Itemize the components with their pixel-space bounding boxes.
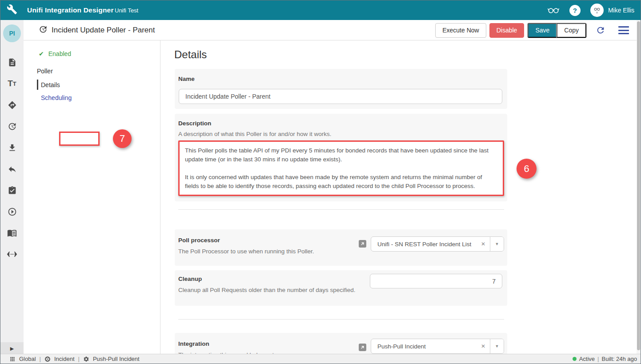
description-paragraph: It is only concerned with updates that h… bbox=[185, 173, 497, 191]
integration-label: Integration bbox=[178, 340, 209, 347]
integration-value: Push-Pull Incident bbox=[377, 343, 426, 350]
copy-button[interactable]: Copy bbox=[557, 23, 586, 38]
nav-item-scheduling[interactable]: Scheduling bbox=[41, 94, 72, 101]
active-dot-icon bbox=[573, 357, 577, 361]
refresh-icon[interactable] bbox=[595, 25, 606, 36]
name-field-card: Name Incident Update Poller - Parent bbox=[175, 69, 507, 109]
nav-item-details[interactable]: Details bbox=[37, 80, 60, 90]
app-title: Unifi Integration Designer bbox=[27, 0, 114, 20]
app-header: Unifi Integration Designer Unifi Test ? bbox=[0, 0, 641, 20]
cleanup-label: Cleanup bbox=[178, 276, 202, 282]
nav-section-poller: Poller bbox=[37, 68, 53, 75]
book-icon[interactable] bbox=[0, 228, 24, 238]
cleanup-field-card: Cleanup Cleanup all Poll Requests older … bbox=[175, 270, 507, 306]
section-divider bbox=[178, 319, 504, 320]
annotation-badge-6: 6 bbox=[517, 159, 537, 179]
cleanup-input[interactable]: 7 bbox=[370, 274, 502, 288]
table-label[interactable]: Incident bbox=[54, 356, 75, 362]
name-input[interactable]: Incident Update Poller - Parent bbox=[179, 89, 502, 104]
expand-arrow-icon: ▶ bbox=[10, 346, 14, 352]
app-window: Unifi Integration Designer Unifi Test ? bbox=[0, 0, 641, 364]
task-check-icon[interactable] bbox=[0, 185, 24, 196]
help-icon[interactable]: ? bbox=[569, 5, 581, 16]
incident-icon bbox=[44, 356, 51, 362]
poll-processor-select[interactable]: Unifi - SN REST Poller Incident List ✕ ▼ bbox=[371, 236, 504, 252]
annotation-box-scheduling bbox=[59, 132, 100, 146]
app-subtitle: Unifi Test bbox=[115, 0, 138, 20]
description-help: A description of what this Poller is for… bbox=[178, 131, 331, 137]
description-label: Description bbox=[178, 120, 211, 127]
apps-grid-icon[interactable] bbox=[9, 356, 16, 362]
description-paragraph: This Poller polls the table API of my PD… bbox=[185, 146, 497, 164]
poll-processor-help: The Poll Processor to use when running t… bbox=[178, 248, 314, 255]
execute-now-button[interactable]: Execute Now bbox=[435, 23, 486, 38]
poll-processor-field-card: Poll processor The Poll Processor to use… bbox=[175, 229, 507, 266]
update-poller-icon bbox=[39, 25, 48, 36]
user-avatar[interactable] bbox=[590, 4, 604, 17]
chevron-down-icon[interactable]: ▼ bbox=[490, 339, 504, 353]
open-reference-icon[interactable] bbox=[359, 344, 366, 351]
vertical-scrollbar[interactable] bbox=[637, 20, 641, 355]
disable-button[interactable]: Disable bbox=[489, 23, 525, 38]
rail-expand-button[interactable]: ▶ bbox=[0, 342, 24, 355]
active-indicator bbox=[37, 80, 38, 90]
gear-icon bbox=[83, 356, 89, 362]
page-title: Details bbox=[174, 48, 207, 61]
built-label: Built: 24h ago bbox=[601, 356, 637, 362]
scrollbar-thumb[interactable] bbox=[637, 21, 640, 350]
play-circle-icon[interactable] bbox=[0, 206, 24, 217]
main-content: Details Name Incident Update Poller - Pa… bbox=[160, 40, 638, 355]
save-button[interactable]: Save bbox=[528, 23, 557, 38]
document-icon[interactable] bbox=[0, 57, 24, 68]
scope-label[interactable]: Global bbox=[19, 356, 36, 362]
poll-processor-value: Unifi - SN REST Poller Incident List bbox=[377, 241, 471, 248]
integration-select[interactable]: Push-Pull Incident ✕ ▼ bbox=[371, 339, 504, 354]
open-reference-icon[interactable] bbox=[359, 240, 366, 248]
poll-processor-label: Poll processor bbox=[178, 237, 220, 244]
cleanup-help: Cleanup all Poll Requests older than the… bbox=[178, 287, 356, 293]
user-name[interactable]: Mike Ellis bbox=[608, 7, 634, 14]
check-icon: ✔ bbox=[39, 50, 44, 57]
annotation-badge-7: 7 bbox=[113, 129, 132, 148]
record-nav-panel: ✔ Enabled Poller Details Scheduling 7 bbox=[24, 40, 160, 355]
active-label: Active bbox=[579, 356, 595, 362]
record-header: Incident Update Poller - Parent Execute … bbox=[24, 20, 641, 40]
status-bar: Global | Incident | Push-Pull Incident A… bbox=[0, 354, 641, 364]
chevron-down-icon[interactable]: ▼ bbox=[490, 237, 504, 251]
update-icon[interactable] bbox=[0, 121, 24, 132]
section-divider bbox=[178, 209, 504, 210]
record-title: Incident Update Poller - Parent bbox=[52, 26, 155, 35]
download-icon[interactable] bbox=[0, 142, 24, 153]
enabled-label: Enabled bbox=[48, 50, 71, 57]
text-icon[interactable]: TT bbox=[0, 78, 24, 89]
integration-field-card: Integration The integration this record … bbox=[175, 333, 507, 355]
integration-scope-label[interactable]: Push-Pull Incident bbox=[93, 356, 140, 362]
clear-icon[interactable]: ✕ bbox=[481, 343, 485, 349]
enabled-status: ✔ Enabled bbox=[39, 50, 71, 57]
description-textarea[interactable]: This Poller polls the table API of my PD… bbox=[178, 140, 504, 196]
wrench-icon bbox=[7, 4, 17, 16]
code-icon[interactable] bbox=[0, 249, 24, 260]
record-avatar: PI bbox=[3, 24, 21, 42]
description-field-card: Description A description of what this P… bbox=[175, 114, 507, 201]
directions-icon[interactable] bbox=[0, 100, 24, 110]
glasses-icon[interactable] bbox=[547, 4, 560, 16]
icon-rail: PI TT bbox=[0, 20, 24, 355]
app-logo[interactable] bbox=[0, 0, 24, 20]
name-label: Name bbox=[178, 76, 195, 82]
reply-icon[interactable] bbox=[0, 164, 24, 174]
clear-icon[interactable]: ✕ bbox=[481, 241, 485, 247]
hamburger-menu-icon[interactable] bbox=[618, 26, 629, 34]
